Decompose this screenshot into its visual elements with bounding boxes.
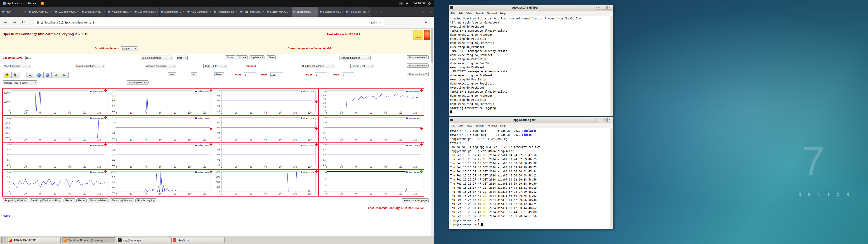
log-button[interactable]: Empty Log Window bbox=[3, 199, 28, 203]
log-button[interactable]: Show Log Window bbox=[110, 199, 134, 203]
tab-close-icon[interactable]: × bbox=[183, 10, 184, 13]
new-button[interactable]: new bbox=[168, 72, 176, 77]
terminal-titlebar[interactable]: npg@carme-gsi:~ − □ × bbox=[449, 117, 613, 123]
ymin-input[interactable] bbox=[315, 72, 327, 77]
ymax-input[interactable] bbox=[342, 72, 354, 77]
pointer-tool-button[interactable] bbox=[11, 72, 20, 78]
spectrum-cell[interactable]: 0204060801001201.00.50.0-0.5-1.0aida08 R… bbox=[318, 116, 424, 143]
browser-tab[interactable]: Run Control @...× bbox=[345, 7, 371, 17]
browser-tab[interactable]: Waveform capt...× bbox=[107, 7, 133, 17]
spectrum-cell[interactable]: 0204060801001201.00.50.0-0.5-1.0aida11 R… bbox=[213, 142, 318, 170]
tab-close-icon[interactable]: × bbox=[262, 10, 264, 13]
terminal-output[interactable]: loading Spectrum.tcl > can not find chan… bbox=[449, 16, 610, 116]
browser-tab[interactable]: Discriminator ...× bbox=[160, 7, 186, 17]
terminal-window-npg-carme-gsi[interactable]: npg@carme-gsi:~ − □ × FileEditViewSearch… bbox=[449, 117, 614, 229]
terminal-menu-file[interactable]: File bbox=[451, 12, 455, 15]
sphere-view-button-2[interactable] bbox=[43, 72, 52, 78]
xmax-input[interactable] bbox=[270, 72, 283, 77]
terminal-output[interactable]: drwxr-xr-x. 2 npg npg 6 Jan 30 2022 Temp… bbox=[449, 128, 610, 228]
window-minimize-button[interactable]: ─ bbox=[412, 10, 414, 13]
clock[interactable]: Sat 18:56 bbox=[412, 2, 425, 5]
spectrum-cell[interactable]: 02040608010012010.07.55.02.50.0aida14 Ra… bbox=[108, 170, 213, 196]
auto-update-button[interactable]: Auto Update ON bbox=[127, 81, 149, 85]
tags-fits-dropdown[interactable]: Tags & Fits bbox=[204, 64, 227, 68]
terminal-titlebar[interactable]: AIDA MIDAS HTTPd − □ × bbox=[449, 5, 613, 11]
terminal-menu-view[interactable]: View bbox=[466, 124, 472, 127]
spectra-functions-dropdown[interactable]: Spectra functions bbox=[340, 56, 371, 60]
taskbar-item[interactable]: Spectrum Browser @ carme-gsi ... bbox=[62, 237, 115, 243]
terminal-menu-file[interactable]: File bbox=[451, 124, 455, 127]
update-all-button[interactable]: Update All bbox=[250, 55, 265, 59]
taskbar-item[interactable]: [AnyDesk] bbox=[171, 237, 225, 243]
spectrum-cell[interactable]: 02040608010012040003000200010000aida15 R… bbox=[213, 170, 318, 196]
terminal-menu-search[interactable]: Search bbox=[475, 124, 484, 127]
spectrum-cell[interactable]: 02040608010012020000100000aida01 Rate bbox=[2, 88, 108, 116]
spectrum-cell[interactable]: 02040608010012050403020100aida04 Rate bbox=[318, 88, 424, 116]
taskbar-item[interactable]: AIDA MIDAS HTTPd bbox=[7, 237, 61, 243]
back-icon[interactable]: ← bbox=[4, 20, 7, 24]
what-are-these-button-3[interactable]: What are these? bbox=[407, 72, 429, 76]
url-text[interactable]: localhost:8015/Spectrum/Spectrum.tml bbox=[45, 21, 367, 24]
tab-close-icon[interactable]: × bbox=[210, 10, 211, 13]
previous-button[interactable]: ◀ bbox=[52, 72, 60, 78]
terminal-menu-search[interactable]: Search bbox=[475, 12, 484, 15]
tab-close-icon[interactable]: × bbox=[24, 10, 26, 13]
volume-icon[interactable] bbox=[406, 2, 409, 5]
forward-icon[interactable]: → bbox=[13, 20, 17, 24]
show-desktop-button[interactable] bbox=[1, 237, 6, 243]
log-button[interactable]: Reset bbox=[76, 199, 87, 203]
spectrum-cell[interactable]: 0204060801001201.00.50.0-0.5-1.0aida10 R… bbox=[108, 142, 213, 170]
browser-tab[interactable]: Spectrum Br...× bbox=[292, 7, 318, 17]
browser-tab[interactable]: ASIC Control @...× bbox=[186, 7, 213, 17]
browser-tab[interactable]: Lost activity re...× bbox=[80, 7, 107, 17]
taskbar-item[interactable]: npg@carme-gsi:~ bbox=[117, 237, 170, 243]
log-button[interactable]: Show Variables bbox=[88, 199, 109, 203]
tab-close-icon[interactable]: × bbox=[368, 10, 370, 13]
power-icon[interactable] bbox=[428, 2, 431, 5]
terminal-close-button[interactable]: × bbox=[608, 6, 612, 10]
page-scrollbar[interactable] bbox=[431, 28, 434, 236]
page-scrollbar-thumb[interactable] bbox=[431, 29, 433, 63]
linear-button[interactable]: linear bbox=[214, 72, 224, 77]
tab-close-icon[interactable]: × bbox=[289, 10, 290, 13]
overflow-menu-icon[interactable]: ⋯ bbox=[414, 20, 417, 24]
zoom-tool-button[interactable] bbox=[26, 72, 34, 78]
layout-id-dropdown[interactable]: Layout ID=1 bbox=[350, 64, 374, 68]
window-maximize-button[interactable]: □ bbox=[421, 10, 423, 13]
tab-close-icon[interactable]: × bbox=[157, 10, 158, 13]
spectrum-cell[interactable]: 0204060801001201.00.50.0-0.5-1.0aida12 R… bbox=[318, 142, 424, 170]
what-are-these-button-1[interactable]: What are these? bbox=[407, 55, 429, 59]
spectrum-cell[interactable]: 0204060801001202.01.51.00.50.0aida02 Rat… bbox=[108, 88, 213, 116]
zero-button[interactable]: Zero bbox=[267, 55, 276, 59]
spectrum-cell[interactable]: 02040608010012020151050aida13 Rate bbox=[2, 170, 108, 196]
number-of-galleries-dropdown[interactable]: Number of Galleries bbox=[301, 64, 335, 68]
terminal-menu-help[interactable]: Help bbox=[500, 12, 506, 15]
browser-tab[interactable]: Temperature an...× bbox=[213, 7, 239, 17]
log-button[interactable]: Enable Logging bbox=[135, 199, 156, 203]
url-bar[interactable]: localhost:8015/Spectrum/Spectrum.tml 80%… bbox=[34, 19, 384, 26]
tab-close-icon[interactable]: × bbox=[104, 10, 105, 13]
tab-close-icon[interactable]: × bbox=[342, 10, 343, 13]
tab-close-icon[interactable]: × bbox=[77, 10, 79, 13]
window-close-button[interactable]: ✕ bbox=[429, 10, 432, 13]
select-spectrum-dropdown[interactable]: Select a spectrum bbox=[140, 56, 173, 60]
firefox-launcher-icon[interactable] bbox=[41, 2, 44, 5]
browser-tab[interactable]: LED and Wavef...× bbox=[54, 7, 80, 17]
aida-logo[interactable] bbox=[424, 30, 430, 40]
browser-tab[interactable]: GSI White Rab...× bbox=[133, 7, 160, 17]
terminal-menu-view[interactable]: View bbox=[466, 12, 472, 15]
tab-close-icon[interactable]: × bbox=[315, 10, 317, 13]
tab-close-icon[interactable]: × bbox=[130, 10, 131, 13]
home-link[interactable]: Home bbox=[3, 214, 10, 217]
view-functions-dropdown[interactable]: View functions bbox=[3, 64, 31, 68]
terminal-scrollbar[interactable] bbox=[610, 128, 613, 228]
log-button[interactable]: Send Log Window to ELog bbox=[29, 199, 62, 203]
terminal-maximize-button[interactable]: □ bbox=[602, 118, 607, 122]
spectrum-name-input[interactable] bbox=[25, 56, 57, 60]
show-button[interactable]: Show bbox=[225, 55, 235, 59]
terminal-menu-terminal[interactable]: Terminal bbox=[487, 12, 497, 15]
midas-logo[interactable]: Midas bbox=[413, 30, 423, 40]
channel-input[interactable] bbox=[258, 64, 278, 68]
next-button[interactable]: ▶ bbox=[61, 72, 69, 78]
spectrum-cell[interactable]: 0204060801001201.000.750.500.250.00aida0… bbox=[2, 116, 108, 143]
